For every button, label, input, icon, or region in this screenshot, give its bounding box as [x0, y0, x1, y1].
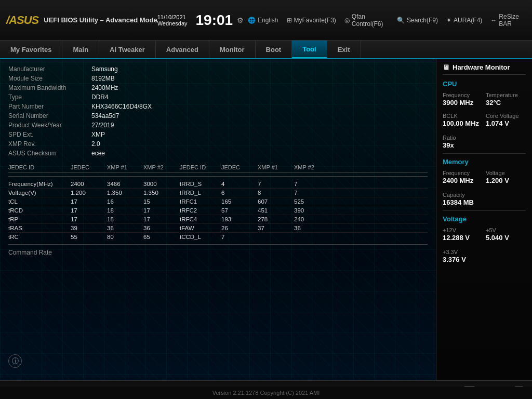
language-tool[interactable]: 🌐 English	[248, 17, 278, 24]
timing-xmp1: 3466	[107, 181, 143, 187]
voltage-section-title: Voltage	[443, 215, 526, 223]
timing-name2: tRFC2	[180, 207, 221, 214]
memory-info-row: ASUS Checksumecee	[8, 149, 428, 158]
timing-header: JEDEC ID JEDEC XMP #1 XMP #2 JEDEC ID JE…	[8, 164, 428, 173]
version-bar: Version 2.21.1278 Copyright (C) 2021 AMI	[0, 387, 532, 399]
memory-info-row: Maximum Bandwidth2400MHz	[8, 83, 428, 92]
memory-info-row: ManufacturerSamsung	[8, 64, 428, 74]
field-label: Maximum Bandwidth	[8, 83, 91, 92]
monitor-icon: 🖥	[443, 63, 449, 71]
field-label: Manufacturer	[8, 64, 91, 74]
timing-xmp1-2: 278	[258, 216, 294, 222]
timing-name2: tRFC1	[180, 198, 221, 205]
field-label: ASUS Checksum	[8, 149, 91, 158]
nav-boot[interactable]: Boot	[256, 41, 292, 58]
info-icon[interactable]: ⓘ	[8, 354, 22, 368]
timing-jedec: 2400	[71, 181, 107, 187]
search-tool[interactable]: 🔍 Search(F9)	[397, 17, 438, 24]
timing-xmp2-2	[294, 234, 330, 240]
th-xmp1: XMP #1	[107, 164, 143, 170]
timing-xmp2-2: 36	[294, 225, 330, 231]
memory-info-row: Module Size8192MB	[8, 74, 428, 83]
field-label: SPD Ext.	[8, 130, 91, 139]
timing-jedec: 17	[71, 216, 107, 222]
field-value: 8192MB	[91, 74, 428, 83]
nav-ai-tweaker[interactable]: Ai Tweaker	[99, 41, 156, 58]
field-value: 27/2019	[91, 121, 428, 130]
timing-extra	[330, 181, 367, 187]
field-value: 534aa5d7	[91, 111, 428, 121]
command-rate: Command Rate	[8, 249, 428, 256]
field-value: KHX3466C16D4/8GX	[91, 102, 428, 111]
timing-extra	[330, 198, 367, 205]
timing-name: tRP	[8, 216, 71, 222]
timing-divider-top	[8, 176, 428, 177]
mem-capacity: Capacity 16384 MB	[443, 192, 526, 206]
field-label: Part Number	[8, 102, 91, 111]
memory-info-row: XMP Rev.2.0	[8, 139, 428, 149]
settings-icon[interactable]: ⚙	[237, 16, 244, 24]
voltage-33v: +3.3V 3.376 V	[443, 249, 526, 263]
nav-tool[interactable]: Tool	[292, 41, 327, 58]
header: /ASUS UEFI BIOS Utility – Advanced Mode …	[0, 0, 532, 41]
right-panel: 🖥 Hardware Monitor CPU Frequency 3900 MH…	[436, 59, 532, 380]
nav-exit[interactable]: Exit	[327, 41, 361, 58]
memory-info-row: Product Week/Year27/2019	[8, 121, 428, 130]
timing-jedec2: 165	[221, 198, 258, 205]
hw-divider-1	[443, 153, 526, 154]
timing-row: tRAS 39 36 36 tFAW 26 37 36	[8, 224, 428, 233]
timing-extra	[330, 234, 367, 240]
timing-xmp2: 36	[143, 225, 180, 231]
timing-name: Voltage(V)	[8, 190, 71, 196]
field-value: DDR4	[91, 92, 428, 102]
cpu-temperature: Temperature 32°C	[486, 92, 526, 107]
timing-xmp1: 16	[107, 198, 143, 205]
day-display: Wednesday	[157, 20, 188, 26]
timing-xmp1-2: 37	[258, 225, 294, 231]
field-label: Module Size	[8, 74, 91, 83]
timing-xmp2: 17	[143, 216, 180, 222]
aura-tool[interactable]: ✦ AURA(F4)	[446, 17, 482, 24]
field-label: XMP Rev.	[8, 139, 91, 149]
qfan-tool[interactable]: ◎ Qfan Control(F6)	[344, 13, 389, 28]
timing-row: tCL 17 16 15 tRFC1 165 607 525	[8, 197, 428, 206]
voltage-12v: +12V 12.288 V	[443, 227, 483, 242]
date-display: 11/10/2021	[157, 14, 188, 20]
myfavorite-tool[interactable]: ⊞ MyFavorite(F3)	[287, 17, 336, 24]
voltage-grid: +12V 12.288 V +5V 5.040 V	[443, 227, 526, 245]
nav-my-favorites[interactable]: My Favorites	[0, 41, 62, 58]
nav-monitor[interactable]: Monitor	[209, 41, 256, 58]
timing-section: JEDEC ID JEDEC XMP #1 XMP #2 JEDEC ID JE…	[8, 164, 428, 245]
timing-extra	[330, 207, 367, 214]
header-tools: 🌐 English ⊞ MyFavorite(F3) ◎ Qfan Contro…	[248, 13, 526, 28]
timing-name: tRCD	[8, 207, 71, 214]
timing-divider-bottom	[8, 244, 428, 245]
cpu-ratio: Ratio 39x	[443, 135, 526, 149]
memory-info-row: Serial Number534aa5d7	[8, 111, 428, 121]
nav-main[interactable]: Main	[62, 41, 99, 58]
timing-xmp2: 15	[143, 198, 180, 205]
timing-jedec: 1.200	[71, 190, 107, 196]
nav-advanced[interactable]: Advanced	[156, 41, 209, 58]
left-panel: ManufacturerSamsungModule Size8192MBMaxi…	[0, 59, 436, 380]
timing-xmp2: 65	[143, 234, 180, 240]
hw-monitor-title: 🖥 Hardware Monitor	[443, 63, 526, 75]
cpu-bclk: BCLK 100.00 MHz	[443, 113, 483, 127]
mem-frequency: Frequency 2400 MHz	[443, 170, 483, 184]
timing-xmp2: 3000	[143, 181, 180, 187]
timing-xmp2-2: 525	[294, 198, 330, 205]
resize-bar-tool[interactable]: ↔ ReSize BAR	[490, 13, 526, 28]
datetime-row: 11/10/2021 Wednesday 19:01 ⚙ 🌐 English ⊞…	[157, 12, 526, 29]
th-empty	[330, 164, 367, 170]
field-label: Type	[8, 92, 91, 102]
timing-xmp2-2: 7	[294, 181, 330, 187]
timing-xmp2: 1.350	[143, 190, 180, 196]
th-jedec-id: JEDEC ID	[8, 164, 71, 170]
timing-xmp2-2: 7	[294, 190, 330, 196]
field-label: Serial Number	[8, 111, 91, 121]
timing-xmp2-2: 390	[294, 207, 330, 214]
timing-extra	[330, 216, 367, 222]
timing-name: tRC	[8, 234, 71, 240]
timing-name2: tRRD_S	[180, 181, 221, 187]
th-jedec: JEDEC	[71, 164, 107, 170]
